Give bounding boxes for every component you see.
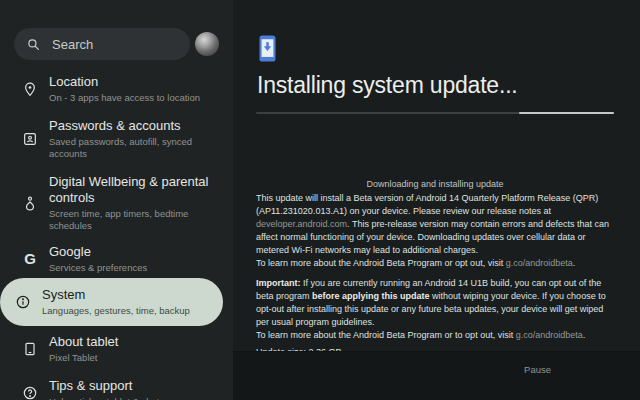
location-icon: [22, 81, 38, 97]
sidebar-item-sublabel: Screen time, app timers, bedtime schedul…: [49, 208, 221, 232]
body-text: .: [573, 258, 576, 268]
sidebar-item-label: Digital Wellbeing & parental controls: [49, 174, 221, 206]
sidebar-item-label: About tablet: [49, 334, 118, 350]
update-description: This update will install a Beta version …: [256, 192, 614, 359]
page-title: Installing system update...: [257, 72, 518, 99]
sidebar-item-google[interactable]: G Google Services & preferences: [0, 244, 233, 274]
sidebar-item-location[interactable]: Location On - 3 apps have access to loca…: [0, 74, 233, 104]
sidebar-item-label: Tips & support: [49, 378, 159, 394]
tablet-icon: [22, 341, 38, 357]
sidebar-item-label: Google: [49, 244, 147, 260]
sidebar-item-about-tablet[interactable]: About tablet Pixel Tablet: [0, 334, 233, 364]
important-paragraph: Important: If you are currently running …: [256, 277, 614, 329]
google-icon: G: [22, 251, 38, 267]
sidebar-item-sublabel: Pixel Tablet: [49, 352, 118, 364]
sidebar-item-sublabel: Languages, gestures, time, backup: [42, 305, 190, 317]
sidebar-item-sublabel: On - 3 apps have access to location: [49, 92, 200, 104]
androidbeta-link[interactable]: g.co/androidbeta: [516, 330, 583, 340]
sidebar-list: Location On - 3 apps have access to loca…: [0, 74, 233, 400]
sidebar-item-label: Location: [49, 74, 200, 90]
developer-android-link[interactable]: developer.android.com: [256, 219, 347, 229]
wellbeing-icon: [22, 195, 38, 211]
search-icon: [27, 38, 40, 51]
pause-button[interactable]: Pause: [518, 361, 557, 378]
sidebar-item-sublabel: Services & preferences: [49, 262, 147, 274]
sidebar-item-passwords-accounts[interactable]: Passwords & accounts Saved passwords, au…: [0, 118, 233, 160]
system-icon: [15, 294, 31, 310]
body-text: To learn more about the Android Beta Pro…: [256, 258, 506, 268]
androidbeta-link[interactable]: g.co/androidbeta: [506, 258, 573, 268]
sidebar-item-system[interactable]: System Languages, gestures, time, backup: [0, 278, 223, 326]
beta-optout-line: To learn more about the Android Beta Pro…: [256, 257, 614, 270]
release-notes-paragraph: This update will install a Beta version …: [256, 192, 614, 257]
footer-action-bar: Pause: [233, 351, 640, 400]
sidebar-item-label: Passwords & accounts: [49, 118, 221, 134]
sidebar-item-tips-support[interactable]: Tips & support Help articles, tablet & c…: [0, 378, 233, 400]
search-placeholder: Search: [52, 37, 93, 52]
sidebar-item-label: System: [42, 287, 190, 303]
body-text: To learn more about the Android Beta Pro…: [256, 330, 516, 340]
system-update-panel: Installing system update... Downloading …: [233, 0, 640, 400]
update-progress-bar: [256, 112, 614, 114]
help-icon: [22, 385, 38, 400]
update-status-caption: Downloading and installing update: [256, 179, 614, 189]
body-text: This update will install a Beta version …: [256, 193, 598, 216]
bold-warning-text: before applying this update: [312, 291, 430, 301]
account-avatar[interactable]: [195, 32, 219, 56]
body-text: .: [583, 330, 586, 340]
settings-sidebar: Search Location On - 3 apps have access …: [0, 0, 233, 400]
system-update-icon: [259, 35, 276, 62]
important-label: Important:: [256, 278, 301, 288]
sidebar-item-sublabel: Help articles, tablet & chat: [49, 396, 159, 400]
beta-optout-line-2: To learn more about the Android Beta Pro…: [256, 329, 614, 342]
passwords-icon: [22, 131, 38, 147]
sidebar-item-sublabel: Saved passwords, autofill, synced accoun…: [49, 136, 221, 160]
update-progress-indicator: [519, 112, 614, 114]
sidebar-item-digital-wellbeing[interactable]: Digital Wellbeing & parental controls Sc…: [0, 174, 233, 232]
search-input[interactable]: Search: [14, 28, 190, 60]
